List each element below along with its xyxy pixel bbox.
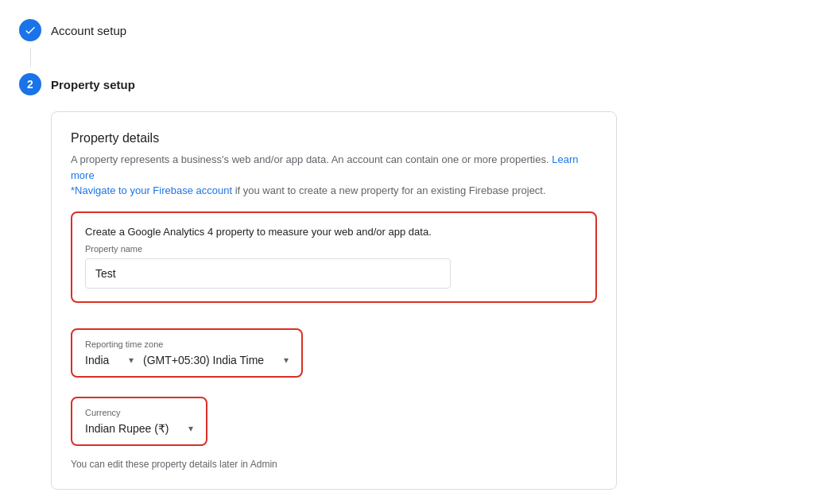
step-connector: [30, 48, 31, 67]
firebase-link[interactable]: *Navigate to your Firebase account: [71, 184, 232, 196]
property-details-card: Property details A property represents a…: [51, 111, 617, 490]
property-name-input[interactable]: [85, 258, 451, 289]
timezone-section: Reporting time zone India (GMT+05:30) In…: [71, 328, 303, 378]
step-1-label: Account setup: [51, 24, 126, 37]
currency-container: Currency Indian Rupee (₹): [71, 387, 597, 446]
checkmark-icon: [24, 24, 37, 37]
timezone-label: Reporting time zone: [85, 339, 289, 349]
step-2-number: 2: [27, 78, 33, 91]
currency-select-wrapper: Indian Rupee (₹): [85, 422, 193, 435]
step-1-circle: [19, 19, 41, 41]
timezone-select-wrapper: (GMT+05:30) India Time: [143, 354, 289, 366]
edit-note: You can edit these property details late…: [71, 459, 597, 470]
currency-label: Currency: [85, 408, 193, 417]
timezone-select[interactable]: (GMT+05:30) India Time: [143, 354, 281, 366]
step-2-label: Property setup: [51, 78, 135, 91]
currency-select[interactable]: Indian Rupee (₹): [85, 422, 185, 435]
timezone-container: Reporting time zone India (GMT+05:30) In…: [71, 316, 597, 378]
currency-section: Currency Indian Rupee (₹): [71, 397, 207, 446]
country-select-wrapper: India: [85, 354, 134, 366]
timezone-selects-row: India (GMT+05:30) India Time: [85, 354, 289, 366]
country-select[interactable]: India: [85, 354, 126, 366]
card-description: A property represents a business's web a…: [71, 152, 597, 199]
card-title: Property details: [71, 131, 597, 145]
step-1-row: Account setup: [19, 13, 617, 48]
property-name-label: Property name: [85, 244, 583, 254]
step-2-circle: 2: [19, 73, 41, 95]
step-2-row: 2 Property setup: [19, 67, 617, 102]
property-name-section: Create a Google Analytics 4 property to …: [71, 211, 597, 303]
highlight-description: Create a Google Analytics 4 property to …: [85, 226, 583, 238]
